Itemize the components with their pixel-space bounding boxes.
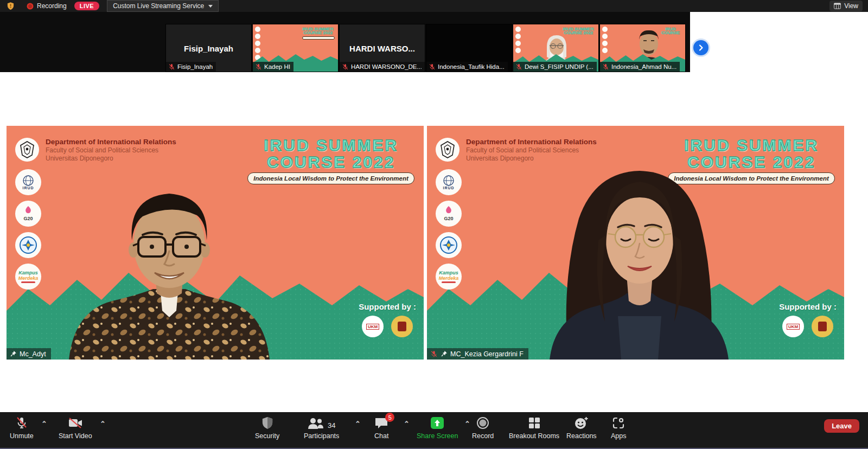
participant-video-person (36, 175, 302, 360)
participant-video-person (497, 153, 780, 360)
name-chip-label: Indonesia_Ahmad Nu... (611, 63, 676, 70)
security-label: Security (255, 432, 279, 440)
live-badge: LIVE (74, 2, 99, 10)
start-video-button[interactable]: Start Video (59, 416, 92, 440)
start-video-label: Start Video (59, 432, 92, 440)
participant-display-name: HARDI WARSO... (340, 44, 425, 53)
leave-button[interactable]: Leave (824, 419, 859, 433)
name-chip: Kadep HI (253, 62, 293, 72)
chat-button[interactable]: 5 Chat (374, 416, 388, 440)
name-chip: Indonesia_Ahmad Nu... (600, 62, 680, 72)
video-tile-mc-kezia[interactable]: Department of International Relations Fa… (427, 126, 844, 360)
apps-icon (612, 416, 625, 429)
kemdikbud-logo (436, 232, 462, 258)
faculty-name: Faculty of Social and Political Sciences (46, 146, 176, 155)
supported-by-label: Supported by : (779, 302, 837, 311)
tile-name-chip: MC_Kezia Gergardrini F (427, 348, 528, 360)
chat-label: Chat (374, 432, 388, 440)
view-label: View (844, 2, 858, 10)
thumbnail-dewi[interactable]: IRUD SUMMERCOURSE 2022 Dewi S_FISIP UNDI… (513, 24, 599, 72)
thumbnail-fisip-inayah[interactable]: Fisip_Inayah Fisip_Inayah (165, 24, 252, 72)
breakout-rooms-button[interactable]: Breakout Rooms (509, 416, 559, 440)
breakout-rooms-label: Breakout Rooms (509, 432, 559, 440)
mic-muted-icon (15, 416, 28, 429)
view-button[interactable]: View (829, 1, 863, 11)
reactions-label: Reactions (566, 432, 597, 440)
share-screen-button[interactable]: Share Screen (417, 416, 458, 440)
video-tile-mc-adyt[interactable]: Department of International Relations Fa… (7, 126, 424, 360)
reactions-smiley-icon (575, 416, 589, 429)
video-options-chevron[interactable]: ⌃ (100, 420, 106, 428)
name-chip-label: HARDI WARSONO_DE... (351, 63, 422, 70)
pin-icon (441, 350, 448, 357)
poster-title: IRUD SUMMER COURSE 2022 (250, 137, 412, 170)
participants-icon (308, 418, 324, 429)
share-screen-icon (430, 416, 444, 429)
kampus-merdeka-logo: Kampus Merdeka (436, 264, 462, 290)
breakout-rooms-icon (528, 416, 541, 429)
unmute-options-chevron[interactable]: ⌃ (41, 420, 47, 428)
g20-logo: G20 (436, 201, 462, 227)
name-chip-label: Fisip_Inayah (177, 63, 213, 70)
record-label: Record (472, 432, 494, 440)
supported-by-block: Supported by : UKM (359, 302, 416, 337)
name-chip: Dewi S_FISIP UNDIP (... (513, 62, 597, 72)
next-participants-button[interactable] (693, 40, 709, 55)
record-button[interactable]: Record (472, 416, 494, 440)
mic-muted-icon (602, 63, 609, 70)
partner-logo (391, 316, 413, 337)
name-chip: Fisip_Inayah (166, 62, 216, 72)
unmute-button[interactable]: Unmute (10, 416, 34, 440)
thumbnail-ahmad[interactable]: IRUDCOURSE Indonesia_Ahmad Nu... (599, 24, 686, 72)
name-chip-label: Kadep HI (264, 63, 290, 70)
tile-name-chip: Mc_Adyt (7, 348, 51, 360)
mic-muted-icon (168, 63, 175, 70)
ukm-logo: UKM (362, 316, 384, 337)
tile-name-label: MC_Kezia Gergardrini F (450, 350, 524, 358)
reactions-button[interactable]: Reactions (566, 416, 597, 440)
security-warning-shield-icon[interactable] (7, 2, 15, 10)
poster-logo-column: IRUD G20 Kampus Merdeka (436, 169, 462, 290)
name-chip: Indonesia_Taufik Hida... (426, 62, 508, 72)
grid-view-icon (834, 3, 841, 9)
university-name: Universitas Diponegoro (46, 155, 176, 163)
share-options-chevron[interactable]: ⌃ (464, 420, 470, 428)
zoom-meeting-window: Recording LIVE Custom Live Streaming Ser… (0, 0, 868, 449)
tile-name-label: Mc_Adyt (20, 350, 46, 358)
security-button[interactable]: Security (255, 416, 279, 440)
top-bar: Recording LIVE Custom Live Streaming Ser… (0, 0, 868, 12)
participants-button[interactable]: 34 Participants (304, 416, 339, 440)
supported-by-block: Supported by : UKM (779, 302, 837, 337)
poster-header: Department of International Relations Fa… (15, 138, 176, 163)
mic-muted-icon (342, 63, 349, 70)
chat-unread-badge: 5 (385, 413, 394, 422)
unmute-label: Unmute (10, 432, 34, 440)
stream-service-dropdown[interactable]: Custom Live Streaming Service (107, 0, 219, 12)
apps-label: Apps (611, 432, 627, 440)
chevron-right-icon (697, 44, 705, 52)
camera-off-icon (68, 416, 83, 429)
thumbnail-kadep-hi[interactable]: IRUD SUMMERCOURSE 2022 Kadep HI (252, 24, 339, 72)
apps-button[interactable]: Apps (611, 416, 627, 440)
undip-crest-logo (436, 138, 459, 162)
participants-options-chevron[interactable]: ⌃ (355, 420, 361, 428)
name-chip-label: Indonesia_Taufik Hida... (438, 63, 505, 70)
record-icon (476, 416, 489, 429)
stream-service-label: Custom Live Streaming Service (113, 2, 204, 10)
shield-icon (261, 416, 273, 429)
dept-name: Department of International Relations (466, 138, 597, 146)
pin-icon (10, 350, 17, 357)
undip-crest-logo (15, 138, 39, 162)
share-screen-label: Share Screen (417, 432, 458, 440)
name-chip-label: Dewi S_FISIP UNDIP (... (525, 63, 593, 70)
recording-indicator: Recording (27, 2, 67, 10)
mic-muted-icon (429, 63, 436, 70)
thumbnail-hardi-warsono[interactable]: HARDI WARSO... HARDI WARSONO_DE... (339, 24, 425, 72)
thumbnail-taufik[interactable]: Indonesia_Taufik Hida... (426, 24, 512, 72)
mic-muted-icon (515, 63, 522, 70)
name-chip: HARDI WARSONO_DE... (340, 62, 425, 72)
chevron-down-icon (208, 5, 213, 8)
chat-options-chevron[interactable]: ⌃ (404, 420, 410, 428)
supported-by-label: Supported by : (359, 302, 416, 311)
participants-label: Participants (304, 432, 339, 440)
